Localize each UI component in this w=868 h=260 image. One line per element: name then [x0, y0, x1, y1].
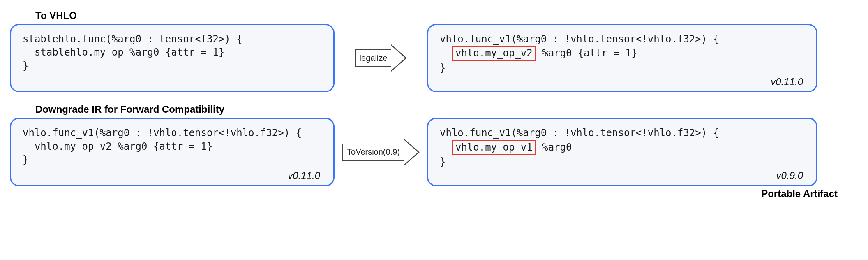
row-2: vhlo.func_v1(%arg0 : !vhlo.tensor<!vhlo.… — [10, 118, 858, 186]
highlight-op-v2: vhlo.my_op_v2 — [452, 46, 536, 61]
section-title-downgrade: Downgrade IR for Forward Compatibility — [35, 104, 858, 115]
code-line: vhlo.my_op_v2 %arg0 {attr = 1} — [23, 141, 212, 152]
version-tag: v0.9.0 — [440, 169, 805, 182]
arrow-head-icon — [404, 139, 420, 166]
arrow-toversion: ToVersion(0.9) — [335, 118, 427, 186]
code-line: vhlo.func_v1(%arg0 : !vhlo.tensor<!vhlo.… — [440, 127, 719, 139]
section-title-to-vhlo: To VHLO — [35, 10, 858, 21]
code-box-vhlo-input: vhlo.func_v1(%arg0 : !vhlo.tensor<!vhlo.… — [10, 118, 335, 186]
code-line: vhlo.func_v1(%arg0 : !vhlo.tensor<!vhlo.… — [23, 127, 302, 139]
arrow-legalize: legalize — [335, 24, 427, 92]
arrow-shape: legalize — [355, 44, 407, 72]
code-line: stablehlo.my_op %arg0 {attr = 1} — [23, 46, 224, 58]
code-content: stablehlo.func(%arg0 : tensor<f32>) { st… — [23, 32, 322, 74]
code-box-vhlo-output: vhlo.func_v1(%arg0 : !vhlo.tensor<!vhlo.… — [427, 24, 817, 92]
section-downgrade: Downgrade IR for Forward Compatibility v… — [10, 104, 858, 199]
code-line: stablehlo.func(%arg0 : tensor<f32>) { — [23, 33, 242, 45]
arrow-label: ToVersion(0.9) — [342, 144, 404, 161]
code-box-stablehlo-input: stablehlo.func(%arg0 : tensor<f32>) { st… — [10, 24, 335, 92]
version-tag: v0.11.0 — [23, 169, 322, 182]
version-tag — [23, 75, 322, 88]
code-content: vhlo.func_v1(%arg0 : !vhlo.tensor<!vhlo.… — [440, 126, 805, 168]
footer-portable-artifact: Portable Artifact — [10, 188, 838, 200]
row-1: stablehlo.func(%arg0 : tensor<f32>) { st… — [10, 24, 858, 92]
code-line-rest: %arg0 — [536, 142, 572, 153]
highlight-op-v1: vhlo.my_op_v1 — [452, 140, 536, 155]
code-content: vhlo.func_v1(%arg0 : !vhlo.tensor<!vhlo.… — [440, 32, 805, 74]
code-line-rest: %arg0 {attr = 1} — [536, 47, 637, 59]
code-content: vhlo.func_v1(%arg0 : !vhlo.tensor<!vhlo.… — [23, 126, 322, 168]
section-to-vhlo: To VHLO stablehlo.func(%arg0 : tensor<f3… — [10, 10, 858, 92]
arrow-label: legalize — [355, 49, 392, 67]
code-line: } — [440, 156, 446, 167]
code-line: vhlo.func_v1(%arg0 : !vhlo.tensor<!vhlo.… — [440, 33, 719, 45]
version-tag: v0.11.0 — [440, 75, 805, 88]
code-line: } — [23, 154, 28, 165]
arrow-shape: ToVersion(0.9) — [342, 139, 420, 166]
code-line: } — [440, 62, 446, 74]
code-line: } — [23, 60, 28, 72]
arrow-head-icon — [391, 44, 407, 72]
code-box-portable-artifact: vhlo.func_v1(%arg0 : !vhlo.tensor<!vhlo.… — [427, 118, 817, 186]
